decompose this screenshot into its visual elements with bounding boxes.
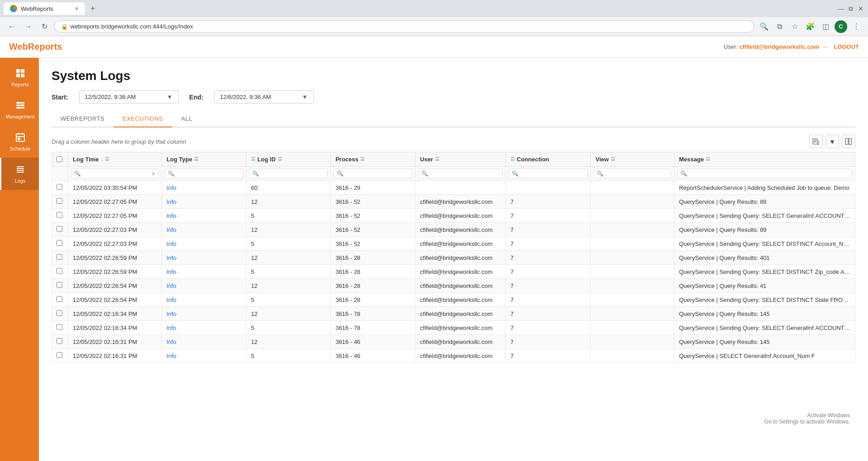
sidebar-toggle-button[interactable]: ◫ (819, 20, 832, 33)
cell-6-5: cfifield@bridgeworksllc.com (415, 265, 506, 279)
cell-9-7 (591, 307, 675, 321)
sidebar-item-logs[interactable]: Logs (0, 158, 39, 190)
extensions-button[interactable]: 🧩 (804, 20, 816, 33)
logtype-filter[interactable]: 🔍 (165, 169, 243, 179)
cell-10-1: 12/05/2022 02:16:34 PM (68, 321, 162, 335)
view-filter-icon: ☰ (611, 156, 615, 162)
logtype-link-12[interactable]: Info (166, 353, 176, 359)
th-logtime[interactable]: Log Time ↓ ☰ (68, 152, 162, 167)
logtype-link-0[interactable]: Info (166, 184, 176, 191)
logtype-link-2[interactable]: Info (166, 212, 176, 219)
row-checkbox-5[interactable] (57, 254, 62, 260)
svg-point-9 (17, 107, 19, 109)
view-filter-input[interactable] (605, 170, 668, 177)
row-checkbox-4[interactable] (57, 240, 62, 246)
connection-filter-input[interactable] (520, 170, 585, 177)
view-filter[interactable]: 🔍 (594, 169, 671, 179)
user-filter[interactable]: 🔍 (418, 169, 503, 179)
tab-executions[interactable]: EXECUTIONS (113, 111, 172, 127)
cell-7-1: 12/05/2022 02:26:54 PM (68, 279, 162, 293)
user-filter-input[interactable] (430, 170, 500, 177)
logid-filter[interactable]: 🔍 (249, 169, 328, 179)
process-filter[interactable]: 🔍 (334, 169, 412, 179)
logtype-link-6[interactable]: Info (166, 268, 176, 275)
logtime-filter[interactable]: 🔍 ▼ (71, 169, 159, 179)
row-checkbox-10[interactable] (57, 324, 62, 330)
th-view[interactable]: View ☰ (591, 152, 675, 167)
forward-button[interactable]: → (22, 20, 34, 33)
reports-label: Reports (11, 82, 29, 87)
cell-0-0 (52, 181, 68, 195)
sidebar-item-management[interactable]: Management (0, 94, 39, 126)
logtype-link-11[interactable]: Info (166, 339, 176, 345)
logtype-filter-input[interactable] (176, 170, 240, 177)
row-checkbox-12[interactable] (57, 352, 62, 358)
th-logtype[interactable]: Log Type ☰ (162, 152, 246, 167)
cell-3-2: Info (162, 223, 246, 237)
logtype-link-1[interactable]: Info (166, 198, 176, 205)
sidebar-item-reports[interactable]: Reports (0, 61, 39, 94)
th-connection[interactable]: ☰ Connection (506, 152, 591, 167)
more-button[interactable]: ⋮ (850, 20, 863, 33)
management-label: Management (5, 114, 34, 119)
th-user[interactable]: User ☰ (415, 152, 506, 167)
tab-webreports[interactable]: WEBREPORTS (52, 111, 113, 127)
new-tab-button[interactable]: + (87, 2, 99, 15)
logtype-link-8[interactable]: Info (166, 296, 176, 303)
svg-point-7 (17, 102, 19, 104)
tab-close-button[interactable]: × (75, 5, 79, 12)
row-checkbox-1[interactable] (57, 198, 62, 204)
logtype-link-10[interactable]: Info (166, 325, 176, 331)
row-checkbox-8[interactable] (57, 296, 62, 302)
cell-11-8: QueryService | Query Results: 145 (674, 335, 855, 349)
message-filter[interactable]: 🔍 (677, 169, 852, 179)
end-date-picker[interactable]: 12/6/2022, 9:36 AM ▼ (214, 90, 314, 103)
cell-3-8: QueryService | Query Results: 89 (674, 223, 855, 237)
logout-button[interactable]: LOGOUT (834, 43, 859, 50)
search-icon-button[interactable]: 🔍 (758, 20, 770, 33)
connection-filter[interactable]: 🔍 (509, 169, 588, 179)
cell-5-6: 7 (506, 251, 591, 265)
message-filter-input[interactable] (689, 170, 849, 177)
address-bar[interactable]: 🔒 webreports.bridgeworksllc.com:444/Logs… (54, 20, 754, 33)
profile-button[interactable]: C (835, 20, 847, 33)
th-message[interactable]: Message ☰ (674, 152, 855, 167)
select-all-checkbox[interactable] (57, 156, 62, 162)
table-toolbar: Drag a column header here to group by th… (52, 135, 855, 148)
th-process[interactable]: Process ☰ (331, 152, 415, 167)
close-button[interactable]: ✕ (857, 5, 864, 12)
dropdown-button[interactable]: ▼ (826, 135, 839, 148)
cell-11-6: 7 (506, 335, 591, 349)
sidebar-item-schedule[interactable]: Schedule (0, 126, 39, 158)
restore-button[interactable]: ⧉ (847, 5, 854, 12)
logid-filter-input[interactable] (261, 170, 325, 177)
logtype-link-5[interactable]: Info (166, 254, 176, 261)
row-checkbox-0[interactable] (57, 184, 62, 190)
process-filter-input[interactable] (345, 170, 409, 177)
cell-3-0 (52, 223, 68, 237)
refresh-button[interactable]: ↻ (38, 20, 51, 33)
logtype-link-3[interactable]: Info (166, 226, 176, 233)
row-checkbox-3[interactable] (57, 226, 62, 232)
row-checkbox-2[interactable] (57, 212, 62, 218)
share-button[interactable]: ⧉ (773, 20, 786, 33)
export-button[interactable] (809, 135, 823, 148)
row-checkbox-11[interactable] (57, 338, 62, 344)
cell-9-5: cfifield@bridgeworksllc.com (415, 307, 506, 321)
minimize-button[interactable]: — (837, 5, 844, 12)
active-tab[interactable]: WebReports × (4, 2, 85, 15)
column-chooser-button[interactable] (842, 135, 855, 148)
logtype-link-7[interactable]: Info (166, 282, 176, 289)
logtype-link-4[interactable]: Info (166, 240, 176, 247)
cell-6-1: 12/05/2022 02:26:59 PM (68, 265, 162, 279)
row-checkbox-9[interactable] (57, 310, 62, 316)
back-button[interactable]: ← (5, 20, 18, 33)
logtime-filter-input[interactable] (83, 170, 149, 177)
row-checkbox-7[interactable] (57, 282, 62, 288)
start-date-picker[interactable]: 12/5/2022, 9:36 AM ▼ (79, 90, 179, 103)
row-checkbox-6[interactable] (57, 268, 62, 274)
th-logid[interactable]: ☰ Log ID ☰ (246, 152, 331, 167)
logtype-link-9[interactable]: Info (166, 310, 176, 317)
bookmark-button[interactable]: ☆ (788, 20, 801, 33)
tab-all[interactable]: ALL (172, 111, 202, 127)
